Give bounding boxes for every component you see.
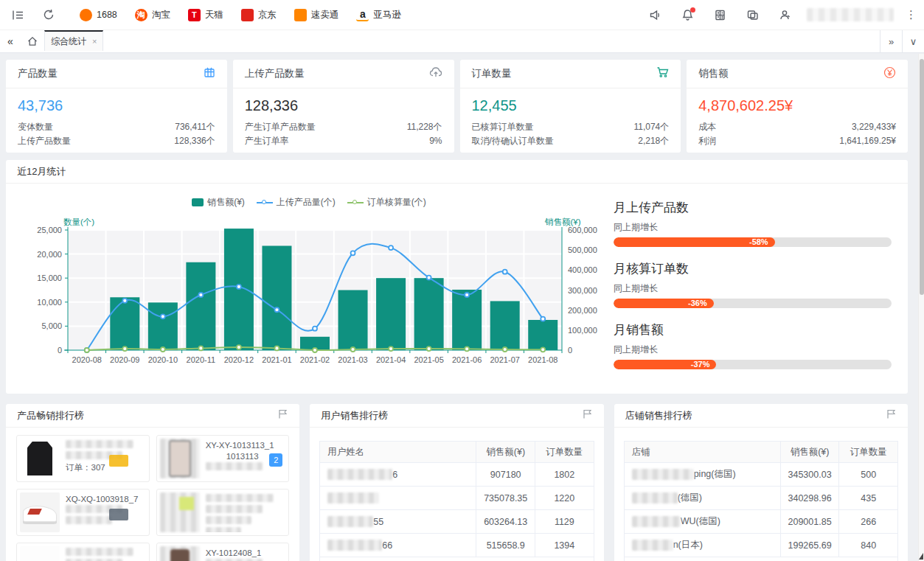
- card-stat-row: 已核算订单数量11,074个: [472, 120, 670, 134]
- svg-text:15,000: 15,000: [37, 273, 62, 282]
- growth-progress-fill: -58%: [614, 237, 775, 247]
- order-count: 1129: [535, 510, 594, 533]
- store-ranking-title: 店铺销售排行榜: [625, 409, 692, 422]
- stat-card-4: 销售额4,870,602.25¥成本3,229,433¥利润1,641,169.…: [687, 60, 908, 153]
- refresh-icon[interactable]: [37, 3, 60, 27]
- product-card[interactable]: [16, 543, 150, 561]
- card-stat-row: 成本3,229,433¥: [698, 120, 896, 134]
- platform-tab-5[interactable]: 速卖通: [294, 9, 339, 21]
- collapse-sidebar-icon[interactable]: [6, 3, 29, 27]
- platform-tab-4[interactable]: 京东: [241, 9, 277, 21]
- platform-tab-6[interactable]: a亚马逊: [356, 9, 401, 21]
- product-card[interactable]: [156, 489, 290, 536]
- sales-amount: 515658.9: [476, 534, 535, 557]
- growth-progress-fill: -36%: [614, 299, 714, 308]
- platform-tabs: 1688淘淘宝T天猫京东速卖通a亚马逊: [80, 9, 419, 21]
- redacted-name: [327, 540, 382, 551]
- sales-amount: 907180: [476, 463, 535, 486]
- card-stat-row: 产生订单产品数量11,228个: [245, 120, 442, 134]
- svg-text:500,000: 500,000: [568, 245, 597, 254]
- legend-item[interactable]: 销售额(¥): [192, 196, 245, 209]
- column-header: 订单数量: [838, 442, 897, 462]
- stat-card-3: 订单数量12,455已核算订单数量11,074个取消/待确认订单数量2,218个: [460, 60, 681, 153]
- svg-text:2021-06: 2021-06: [452, 355, 482, 364]
- announcement-icon[interactable]: [643, 3, 667, 27]
- table-row[interactable]: (德国)340298.96435: [625, 487, 897, 510]
- platform-tab-3[interactable]: T天猫: [188, 9, 223, 21]
- platform-label: 亚马逊: [373, 9, 401, 21]
- card-value: 12,455: [472, 97, 670, 114]
- name-suffix: 55: [373, 517, 383, 527]
- tab-statistics[interactable]: 综合统计 ×: [44, 30, 103, 51]
- table-row[interactable]: 735078.351220: [320, 487, 593, 510]
- platform-tab-1[interactable]: 1688: [80, 9, 117, 21]
- svg-text:2021-04: 2021-04: [376, 355, 406, 364]
- order-count: 500: [838, 463, 897, 486]
- product-sku: XQ-XQ-1003918_7: [66, 494, 143, 505]
- card-value: 43,736: [18, 97, 215, 114]
- legend-item[interactable]: 订单核算量(个): [347, 196, 426, 209]
- product-image: [160, 546, 200, 561]
- svg-text:200,000: 200,000: [568, 306, 597, 315]
- table-row[interactable]: 66515658.91394: [320, 534, 593, 557]
- growth-progress-track: -36%: [614, 299, 892, 308]
- user-name-redacted[interactable]: [807, 8, 894, 21]
- tabs-menu-icon[interactable]: ∨: [902, 30, 924, 52]
- growth-progress-track: -58%: [614, 237, 892, 247]
- tabs-scroll-right-icon[interactable]: »: [880, 30, 902, 52]
- table-row[interactable]: ping(德国)345300.03500: [625, 463, 897, 487]
- svg-text:2021-01: 2021-01: [262, 355, 291, 364]
- ranking-panels: 产品畅销排行榜 订单：307XY-XY-1013113_110131132XQ-…: [6, 404, 908, 561]
- cloud-upload-icon: [429, 66, 442, 81]
- user-profile-icon[interactable]: [773, 3, 796, 27]
- svg-text:2020-12: 2020-12: [224, 355, 254, 364]
- tab-bar: « 综合统计 × » ∨: [0, 29, 924, 53]
- growth-label: 同上期增长: [614, 344, 892, 355]
- redacted-name: [327, 492, 379, 503]
- name-suffix: 66: [382, 540, 392, 551]
- more-menu-icon[interactable]: ⋮: [906, 8, 917, 21]
- card-stat-row: 取消/待确认订单数量2,218个: [472, 134, 670, 148]
- calculator-icon[interactable]: [708, 3, 732, 27]
- product-image: [20, 546, 60, 561]
- redacted-name: [632, 492, 678, 503]
- svg-text:2020-08: 2020-08: [72, 355, 102, 364]
- notification-bell-icon[interactable]: [675, 3, 699, 27]
- name-suffix: ping(德国): [694, 468, 736, 481]
- legend-item[interactable]: 上传产品量(个): [257, 196, 336, 209]
- flag-icon: [886, 408, 897, 422]
- svg-text:100,000: 100,000: [568, 326, 597, 335]
- product-card[interactable]: XY-1012408_1: [156, 543, 290, 561]
- redacted-name: [327, 516, 373, 527]
- card-title: 产品数量: [18, 67, 58, 80]
- tab-label: 综合统计: [51, 35, 86, 48]
- card-stat-row: 变体数量736,411个: [18, 120, 215, 134]
- product-ranking-panel: 产品畅销排行榜 订单：307XY-XY-1013113_110131132XQ-…: [6, 404, 299, 561]
- switch-account-icon[interactable]: [740, 3, 764, 27]
- product-image: [20, 492, 60, 532]
- product-card[interactable]: XY-XY-1013113_110131132: [156, 435, 290, 482]
- redacted-name: [632, 516, 681, 527]
- column-header: 订单数量: [535, 442, 594, 462]
- table-row[interactable]: n(日本)199265.69840: [625, 534, 897, 557]
- product-card[interactable]: 订单：307: [16, 435, 150, 482]
- svg-text:0: 0: [58, 346, 62, 355]
- home-tab-icon[interactable]: [21, 30, 44, 52]
- tabs-scroll-left-icon[interactable]: «: [0, 30, 21, 52]
- platform-tab-2[interactable]: 淘淘宝: [135, 9, 170, 21]
- table-row[interactable]: WU(德国)209001.85266: [625, 510, 897, 534]
- card-value: 4,870,602.25¥: [698, 97, 896, 114]
- notification-dot: [690, 7, 695, 13]
- scrollbar-thumb[interactable]: [920, 59, 924, 295]
- table-row[interactable]: 55603264.131129: [320, 510, 593, 534]
- combo-chart[interactable]: 05,00010,00015,00020,00025,0000100,00020…: [10, 226, 608, 380]
- growth-stats: 月上传产品数同上期增长-58%月核算订单数同上期增长-36%月销售额同上期增长-…: [614, 184, 892, 369]
- redacted-name: [632, 540, 673, 551]
- product-card[interactable]: XQ-XQ-1003918_7: [16, 489, 150, 536]
- card-stat-row: 产生订单率9%: [245, 134, 442, 148]
- table-row[interactable]: 69071801802: [320, 463, 593, 487]
- name-suffix: 6: [392, 470, 397, 480]
- page-scrollbar[interactable]: [918, 54, 924, 561]
- tab-close-icon[interactable]: ×: [92, 37, 97, 46]
- user-ranking-panel: 用户销售排行榜 用户姓名销售额(¥)订单数量69071801802735078.…: [310, 404, 603, 561]
